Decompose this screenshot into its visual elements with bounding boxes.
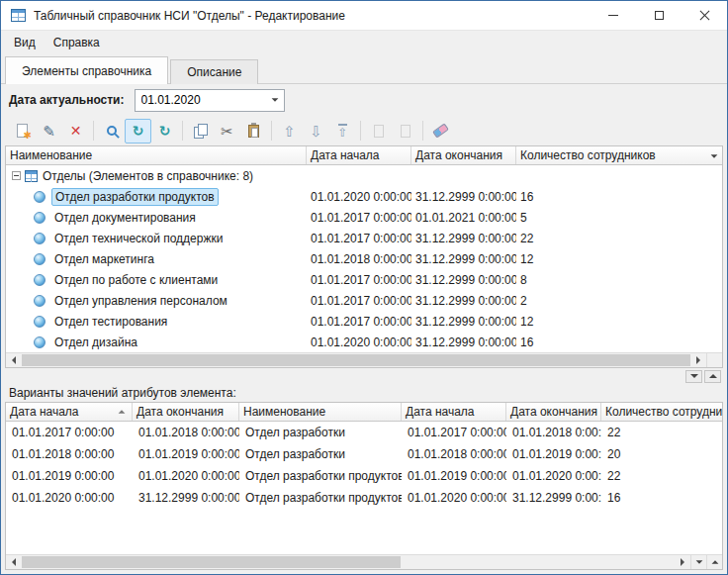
- cut-button[interactable]: ✂: [214, 119, 240, 144]
- toolbar-separator: [93, 121, 94, 141]
- column-header-end-date-2[interactable]: Дата окончания: [506, 403, 601, 421]
- table-row[interactable]: 01.01.2018 0:00:00 01.01.2019 0:00:00 От…: [6, 443, 722, 465]
- table-row[interactable]: 01.01.2020 0:00:00 31.12.2999 0:00:00 От…: [6, 487, 722, 509]
- delete-element-button[interactable]: ✕: [62, 119, 89, 144]
- column-header-start-date[interactable]: Дата начала: [307, 146, 411, 164]
- scrollbar-track[interactable]: [22, 555, 675, 569]
- move-down-button[interactable]: ⇩: [303, 119, 329, 144]
- table-row[interactable]: Отдел дизайна 01.01.2020 0:00:00 31.12.2…: [6, 332, 722, 352]
- new-element-button[interactable]: ✱: [9, 119, 36, 144]
- edit-element-button[interactable]: ✎: [36, 119, 62, 144]
- column-header-name[interactable]: Наименование: [6, 146, 307, 164]
- start-date-cell: 01.01.2020 0:00:00: [402, 487, 506, 509]
- table-row[interactable]: 01.01.2017 0:00:00 01.01.2018 0:00:00 От…: [6, 422, 722, 443]
- column-header-employee-count[interactable]: Количество сотрудников: [516, 146, 722, 164]
- table-row[interactable]: 01.01.2019 0:00:00 01.01.2020 0:00:00 От…: [6, 465, 722, 487]
- column-chooser-button[interactable]: [707, 149, 720, 162]
- scrollbar-thumb[interactable]: [22, 556, 401, 568]
- name-cell: Отдел разработки продуктов: [239, 465, 402, 487]
- column-header-end-date[interactable]: Дата окончания: [411, 146, 516, 164]
- table-row[interactable]: Отдел документирования 01.01.2017 0:00:0…: [6, 207, 722, 228]
- elements-table: Наименование Дата начала Дата окончания …: [5, 145, 723, 368]
- department-icon: [34, 316, 46, 328]
- start-date-cell: 01.01.2017 0:00:00: [307, 207, 411, 228]
- maximize-button[interactable]: [636, 1, 682, 30]
- scroll-left-button[interactable]: [6, 353, 22, 367]
- table-row[interactable]: Отдел маркетинга 01.01.2018 0:00:00 31.1…: [6, 248, 722, 269]
- search-button[interactable]: [98, 119, 125, 144]
- column-header-name[interactable]: Наименование: [239, 403, 402, 421]
- start-date-cell: 01.01.2017 0:00:00: [307, 228, 411, 248]
- end-date-cell: 01.01.2020 0:00:00: [506, 465, 601, 487]
- arrow-left-icon: [12, 558, 16, 566]
- tab-description[interactable]: Описание: [170, 59, 258, 84]
- auto-refresh-toggle-icon: ↻: [133, 124, 144, 138]
- column-header-end-date-1[interactable]: Дата окончания: [133, 403, 239, 421]
- scrollbar-thumb[interactable]: [22, 354, 690, 366]
- collapse-icon[interactable]: [12, 171, 21, 180]
- table-row[interactable]: Отдел технической поддержки 01.01.2017 0…: [6, 228, 722, 248]
- document-button-1[interactable]: [365, 119, 392, 144]
- scroll-right-button[interactable]: [690, 353, 706, 367]
- elements-table-header: Наименование Дата начала Дата окончания …: [6, 146, 722, 165]
- close-button[interactable]: [682, 1, 727, 30]
- dropdown-button[interactable]: [266, 90, 284, 111]
- toolbar: ✱ ✎ ✕ ↻ ↻ ✂: [5, 116, 723, 145]
- column-header-start-date-1[interactable]: Дата начала: [6, 403, 133, 421]
- date-filter-row: Дата актуальности:: [5, 84, 723, 116]
- table-row[interactable]: Отдел управления персоналом 01.01.2017 0…: [6, 290, 722, 311]
- name-cell: Отдел разработки: [239, 443, 402, 465]
- move-up-button[interactable]: ⇧: [276, 119, 303, 144]
- end-date-cell: 01.01.2018 0:00:00: [506, 422, 601, 443]
- actual-date-input[interactable]: [136, 90, 266, 111]
- end-date-cell: 01.01.2021 0:00:00: [411, 207, 516, 228]
- scroll-down-button[interactable]: [690, 555, 706, 569]
- column-header-start-date-2[interactable]: Дата начала: [402, 403, 506, 421]
- copy-button[interactable]: [187, 119, 214, 144]
- document-icon: [374, 125, 384, 138]
- employee-count-cell: 22: [516, 228, 722, 248]
- chevron-down-icon: [710, 154, 717, 157]
- tab-page-content: Дата актуальности: ✱ ✎ ✕: [1, 84, 727, 574]
- start-date-cell: 01.01.2018 0:00:00: [6, 443, 133, 465]
- table-row[interactable]: Отдел разработки продуктов 01.01.2020 0:…: [6, 186, 722, 207]
- scroll-up-button[interactable]: [706, 555, 722, 569]
- paste-button[interactable]: [240, 119, 267, 144]
- department-name: Отдел разработки продуктов: [51, 188, 219, 206]
- document-button-2[interactable]: [392, 119, 418, 144]
- horizontal-scrollbar[interactable]: [6, 554, 722, 569]
- expand-panel-button[interactable]: [704, 370, 721, 383]
- start-date-cell: 01.01.2020 0:00:00: [307, 332, 411, 352]
- auto-refresh-toggle-button[interactable]: ↻: [125, 119, 151, 144]
- menu-help[interactable]: Справка: [45, 33, 109, 52]
- splitter-bar[interactable]: [5, 368, 723, 384]
- end-date-cell: 31.12.2999 0:00:00: [411, 248, 516, 269]
- employee-count-cell: 22: [601, 465, 722, 487]
- move-first-button[interactable]: ⇧: [329, 119, 356, 144]
- scrollbar-track[interactable]: [22, 353, 690, 367]
- department-name: Отдел управления персоналом: [51, 293, 230, 309]
- minimize-button[interactable]: [591, 1, 636, 30]
- department-name: Отдел дизайна: [51, 335, 140, 350]
- employee-count-cell: 16: [601, 487, 722, 509]
- column-header-employee-count[interactable]: Количество сотрудников: [601, 403, 722, 421]
- move-down-icon: ⇩: [310, 124, 322, 139]
- department-icon: [34, 233, 46, 244]
- actual-date-combobox[interactable]: [135, 89, 285, 112]
- table-row[interactable]: Отдел по работе с клиентами 01.01.2017 0…: [6, 269, 722, 290]
- tab-elements[interactable]: Элементы справочника: [5, 56, 168, 84]
- app-window: Табличный справочник НСИ "Отделы" - Реда…: [0, 0, 728, 575]
- collapse-panel-button[interactable]: [685, 370, 702, 383]
- end-date-cell: 01.01.2020 0:00:00: [133, 465, 239, 487]
- tab-elements-label: Элементы справочника: [22, 64, 151, 78]
- tree-root-row[interactable]: Отделы (Элементов в справочнике: 8): [6, 165, 722, 186]
- horizontal-scrollbar[interactable]: [6, 352, 722, 367]
- start-date-cell: 01.01.2018 0:00:00: [307, 248, 411, 269]
- eraser-button[interactable]: [427, 119, 454, 144]
- scroll-right-button[interactable]: [675, 555, 690, 569]
- scroll-left-button[interactable]: [6, 555, 22, 569]
- end-date-cell: 31.12.2999 0:00:00: [506, 487, 601, 509]
- table-row[interactable]: Отдел тестирования 01.01.2017 0:00:00 31…: [6, 311, 722, 332]
- refresh-button[interactable]: ↻: [151, 119, 178, 144]
- menu-view[interactable]: Вид: [5, 33, 45, 52]
